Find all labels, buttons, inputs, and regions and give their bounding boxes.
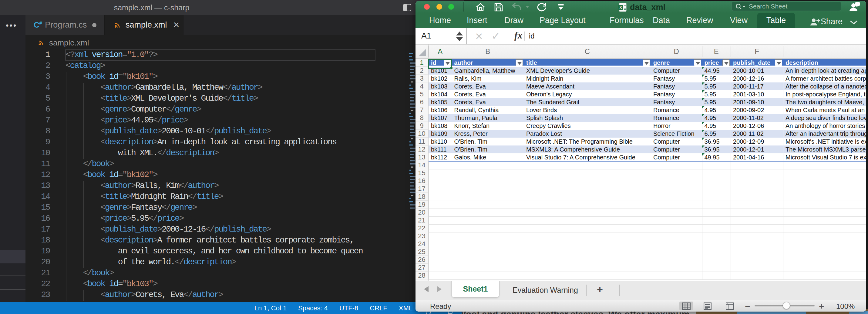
svg-text:X: X xyxy=(619,5,622,10)
